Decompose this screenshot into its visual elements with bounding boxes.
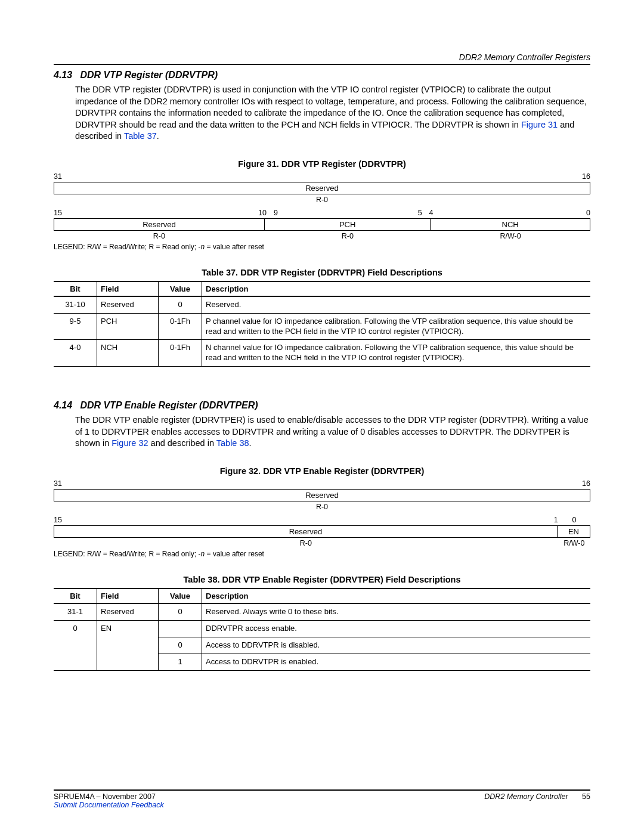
para-text: The DDR VTP register (DDRVTPR) is used i… — [75, 85, 587, 129]
td-bit — [54, 637, 97, 654]
th-desc: Description — [202, 281, 591, 296]
para-text: . — [157, 131, 159, 141]
reg-field: PCH — [265, 218, 431, 231]
td-desc: P channel value for IO impedance calibra… — [202, 313, 591, 340]
th-value: Value — [159, 281, 202, 296]
th-desc: Description — [202, 589, 591, 603]
td-bit: 9-5 — [54, 313, 97, 340]
bit-label: 9 — [267, 209, 293, 217]
link-figure-31[interactable]: Figure 31 — [521, 120, 558, 129]
td-field — [97, 637, 159, 654]
rw-label: R/W-0 — [431, 232, 590, 240]
submit-feedback-link[interactable]: Submit Documentation Feedback — [54, 801, 590, 809]
section-heading: DDR VTP Register (DDRVTPR) — [80, 70, 218, 80]
th-field: Field — [97, 589, 159, 603]
td-desc: Reserved. — [202, 296, 591, 313]
rw-label: R-0 — [54, 196, 590, 204]
rw-label: R-0 — [265, 232, 431, 240]
para-text: . — [249, 438, 252, 448]
td-value: 0-1Fh — [159, 313, 202, 340]
figure-32-layout: 31 16 Reserved R-0 15 1 0 Reserved EN R-… — [54, 479, 590, 558]
legend-text: LEGEND: R/W = Read/Write; R = Read only;… — [54, 550, 201, 558]
td-value: 0 — [159, 603, 202, 620]
table-37-caption: Table 37. DDR VTP Register (DDRVTPR) Fie… — [54, 268, 590, 277]
th-bit: Bit — [54, 589, 97, 603]
figure-31-layout: 31 16 Reserved R-0 15 10 9 5 4 0 Reserve… — [54, 172, 590, 251]
td-field: EN — [97, 620, 159, 637]
bit-label: 31 — [54, 172, 322, 181]
reg-field: NCH — [431, 218, 590, 231]
td-field: NCH — [97, 340, 159, 367]
link-table-37[interactable]: Table 37 — [124, 131, 157, 141]
bit-label: 4 — [422, 209, 448, 217]
td-value: 1 — [159, 654, 202, 670]
bit-label: 0 — [558, 516, 590, 524]
footer-left: SPRUEM4A – November 2007 — [54, 792, 156, 801]
bit-label: 10 — [247, 209, 266, 217]
figure-32-legend: LEGEND: R/W = Read/Write; R = Read only;… — [54, 550, 590, 558]
td-value: 0 — [159, 296, 202, 313]
legend-text: LEGEND: R/W = Read/Write; R = Read only;… — [54, 243, 201, 251]
td-desc: Access to DDRVTPR is disabled. — [202, 637, 591, 654]
reg-field: Reserved — [54, 182, 590, 194]
section-413-body: The DDR VTP register (DDRVTPR) is used i… — [75, 84, 590, 143]
td-value: 0-1Fh — [159, 340, 202, 367]
para-text: and described in — [151, 438, 216, 448]
section-414-title: 4.14 DDR VTP Enable Register (DDRVTPER) — [54, 400, 590, 411]
section-num: 4.14 — [54, 400, 72, 410]
link-figure-32[interactable]: Figure 32 — [112, 438, 148, 448]
table-row: 4-0 NCH 0-1Fh N channel value for IO imp… — [54, 340, 590, 367]
td-desc: Reserved. Always write 0 to these bits. — [202, 603, 591, 620]
table-row: 31-10 Reserved 0 Reserved. — [54, 296, 590, 313]
reg-field: Reserved — [54, 525, 558, 538]
page-footer: SPRUEM4A – November 2007 DDR2 Memory Con… — [54, 789, 590, 809]
table-header-row: Bit Field Value Description — [54, 589, 590, 603]
section-num: 4.13 — [54, 70, 72, 80]
table-row: 0 EN DDRVTPR access enable. — [54, 620, 590, 637]
td-bit: 4-0 — [54, 340, 97, 367]
td-desc: DDRVTPR access enable. — [202, 620, 591, 637]
bit-label: 15 — [54, 209, 247, 217]
td-desc: N channel value for IO impedance calibra… — [202, 340, 591, 367]
td-field: PCH — [97, 313, 159, 340]
td-field: Reserved — [97, 603, 159, 620]
bit-label: 1 — [538, 516, 558, 524]
table-header-row: Bit Field Value Description — [54, 281, 590, 296]
reg-field: EN — [558, 525, 590, 538]
section-413-title: 4.13 DDR VTP Register (DDRVTPR) — [54, 70, 590, 80]
table-row: 1 Access to DDRVTPR is enabled. — [54, 654, 590, 670]
rw-label: R-0 — [54, 232, 265, 240]
figure-32-caption: Figure 32. DDR VTP Enable Register (DDRV… — [54, 466, 590, 476]
th-field: Field — [97, 281, 159, 296]
page-container: DDR2 Memory Controller Registers 4.13 DD… — [0, 0, 644, 833]
link-table-38[interactable]: Table 38 — [216, 438, 249, 448]
section-414-body: The DDR VTP enable register (DDRVTPER) i… — [75, 414, 590, 450]
bit-label: 31 — [54, 479, 322, 488]
table-38-caption: Table 38. DDR VTP Enable Register (DDRVT… — [54, 575, 590, 584]
td-desc: Access to DDRVTPR is enabled. — [202, 654, 591, 670]
figure-31-caption: Figure 31. DDR VTP Register (DDRVTPR) — [54, 159, 590, 169]
td-bit: 0 — [54, 620, 97, 637]
bit-label: 16 — [322, 479, 590, 488]
reg-field: Reserved — [54, 489, 590, 501]
bit-label: 16 — [322, 172, 590, 181]
table-row: 31-1 Reserved 0 Reserved. Always write 0… — [54, 603, 590, 620]
table-row: 0 Access to DDRVTPR is disabled. — [54, 637, 590, 654]
bit-label: 15 — [54, 516, 538, 524]
th-value: Value — [159, 589, 202, 603]
table-37: Bit Field Value Description 31-10 Reserv… — [54, 281, 590, 367]
table-38: Bit Field Value Description 31-1 Reserve… — [54, 588, 590, 671]
legend-text: = value after reset — [205, 550, 264, 558]
header-context: DDR2 Memory Controller Registers — [54, 52, 590, 65]
footer-page-number: 55 — [582, 792, 590, 801]
rw-label: R-0 — [54, 539, 558, 547]
table-row: 9-5 PCH 0-1Fh P channel value for IO imp… — [54, 313, 590, 340]
footer-right: DDR2 Memory Controller 55 — [484, 792, 590, 801]
td-bit: 31-1 — [54, 603, 97, 620]
bit-label: 0 — [448, 209, 590, 217]
td-field — [97, 654, 159, 670]
td-bit — [54, 654, 97, 670]
footer-doc-title: DDR2 Memory Controller — [484, 792, 568, 801]
reg-field: Reserved — [54, 218, 265, 231]
rw-label: R/W-0 — [558, 539, 590, 547]
